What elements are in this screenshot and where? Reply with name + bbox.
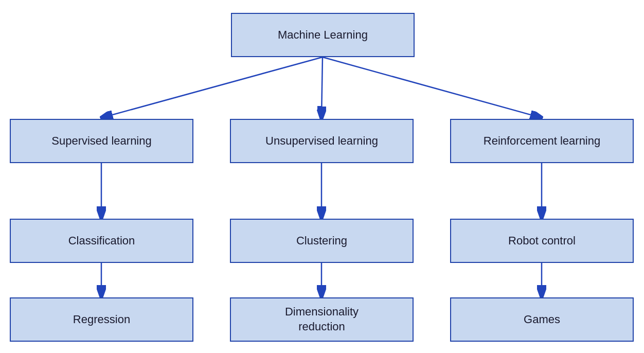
node-games: Games [450,297,634,342]
node-reinforcement: Reinforcement learning [450,119,634,163]
svg-line-0 [101,57,323,118]
node-dimensionality-reduction: Dimensionality reduction [230,297,414,342]
diagram: Machine Learning Supervised learning Uns… [0,0,644,353]
node-clustering: Clustering [230,219,414,263]
svg-line-1 [321,57,323,118]
svg-line-2 [323,57,542,118]
node-supervised: Supervised learning [10,119,193,163]
node-classification: Classification [10,219,193,263]
node-robot-control: Robot control [450,219,634,263]
node-machine-learning: Machine Learning [231,13,415,57]
node-regression: Regression [10,297,193,342]
node-unsupervised: Unsupervised learning [230,119,414,163]
